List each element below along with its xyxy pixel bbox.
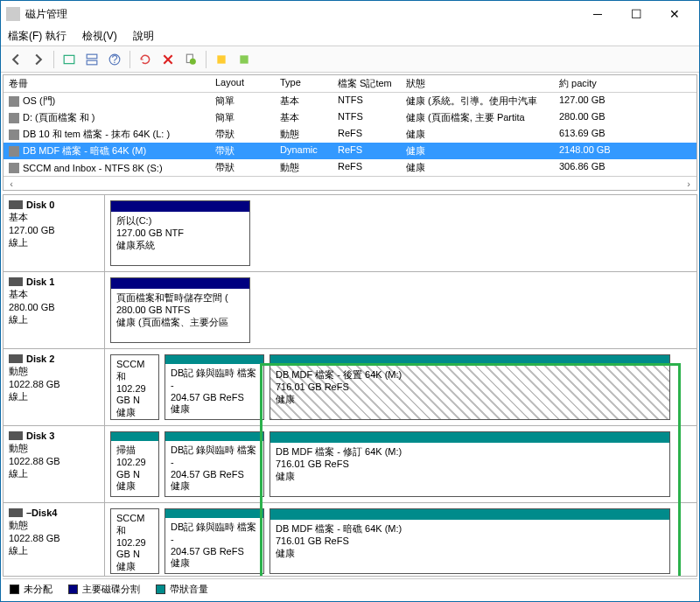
disk-row: Disk 3動態1022.88 GB線上掃描102.29 GB N健康DB記 錄… <box>4 426 696 503</box>
partition[interactable]: DB記 錄與臨時 檔案 -204.57 GB ReFS健康 <box>164 354 264 420</box>
disk-icon <box>9 277 23 286</box>
disk-info[interactable]: Disk 1基本280.00 GB線上 <box>4 272 105 348</box>
titlebar: 磁片管理 ─ ☐ ✕ <box>1 1 699 27</box>
partition[interactable]: DB MDF 檔案 - 後置 64K (M:)716.01 GB ReFS健康 <box>270 354 670 420</box>
extra-1-button[interactable] <box>212 50 231 69</box>
legend: 未分配 主要磁碟分割 帶狀音量 <box>3 578 697 599</box>
scroll-left-arrow[interactable]: ‹ <box>5 178 18 190</box>
maximize-button[interactable]: ☐ <box>617 2 655 26</box>
horizontal-scrollbar[interactable]: ‹ › <box>4 176 696 190</box>
window-button-group: ─ ☐ ✕ <box>578 2 694 26</box>
col-filesystem[interactable]: 檔案 S記tem <box>332 75 401 92</box>
menu-file[interactable]: 檔案(F) 執行 <box>8 29 66 44</box>
partition-body: DB記 錄與臨時 檔案 -204.57 GB ReFS健康 <box>165 518 263 573</box>
partition-body: 頁面檔案和暫時儲存空間 (280.00 GB NTFS健康 (頁面檔案、主要分區 <box>111 289 249 342</box>
volume-icon <box>9 146 19 157</box>
legend-swatch-black <box>10 584 19 594</box>
partition-color-bar <box>111 278 249 289</box>
disk-info[interactable]: –Disk4動態1022.88 GB線上 <box>4 503 105 577</box>
disk-partitions: SCCM 和102.29 GB N健康DB記 錄與臨時 檔案 -204.57 G… <box>105 349 696 425</box>
menu-help[interactable]: 說明 <box>133 29 154 44</box>
layout-1-button[interactable] <box>60 50 79 69</box>
disk-icon <box>9 508 23 517</box>
new-button[interactable] <box>181 50 200 69</box>
partition-color-bar <box>165 432 263 441</box>
partition[interactable]: DB記 錄與臨時 檔案 -204.57 GB ReFS健康 <box>164 508 264 574</box>
partition-color-bar <box>111 201 249 212</box>
legend-unallocated: 未分配 <box>10 583 52 596</box>
partition-body: DB記 錄與臨時 檔案 -204.57 GB ReFS健康 <box>165 441 263 496</box>
legend-striped: 帶狀音量 <box>156 583 208 596</box>
partition-body: SCCM 和102.29 GB N健康 <box>111 355 158 423</box>
volume-icon <box>9 96 19 107</box>
disk-icon <box>9 354 23 363</box>
partition-body: 所以(C:)127.00 GB NTF健康系統 <box>111 212 249 265</box>
toolbar-separator <box>206 51 206 68</box>
partition[interactable]: 所以(C:)127.00 GB NTF健康系統 <box>110 200 250 266</box>
partition[interactable]: DB記 錄與臨時 檔案 -204.57 GB ReFS健康 <box>164 431 264 497</box>
toolbar-separator <box>130 51 130 68</box>
volume-icon <box>9 113 19 123</box>
disk-partitions: SCCM 和102.29 GB N健康DB記 錄與臨時 檔案 -204.57 G… <box>105 503 696 577</box>
help-toolbar-button[interactable]: ? <box>105 50 124 69</box>
partition-body: 掃描102.29 GB N健康 <box>111 441 158 496</box>
scroll-right-arrow[interactable]: › <box>682 178 695 190</box>
menu-view[interactable]: 檢視(V) <box>82 29 117 44</box>
partition[interactable]: SCCM 和102.29 GB N健康 <box>110 508 159 574</box>
disk-row: –Disk4動態1022.88 GB線上SCCM 和102.29 GB N健康D… <box>4 503 696 577</box>
legend-swatch-navy <box>68 584 78 594</box>
svg-rect-7 <box>217 55 225 63</box>
partition-color-bar <box>270 509 669 520</box>
partition-color-bar <box>111 432 158 441</box>
partition-body: DB MDF 檔案 - 修訂 64K (M:)716.01 GB ReFS健康 <box>270 443 669 496</box>
disk-info[interactable]: Disk 0基本127.00 GB線上 <box>4 195 105 271</box>
col-layout[interactable]: Layout <box>210 75 275 92</box>
volume-row[interactable]: DB MDF 檔案 - 暗礁 64K (M)帶狀DynamicReFS健康214… <box>4 143 696 159</box>
col-status[interactable]: 狀態 <box>401 75 554 92</box>
volume-list: 卷冊 Layout Type 檔案 S記tem 狀態 約 pacity OS (… <box>3 74 697 191</box>
disk-management-window: 磁片管理 ─ ☐ ✕ 檔案(F) 執行 檢視(V) 說明 ? 卷冊 Layout… <box>0 0 700 602</box>
partition[interactable]: DB MDF 檔案 - 暗礁 64K (M:)716.01 GB ReFS健康 <box>270 508 670 574</box>
disk-graphic-area: Disk 0基本127.00 GB線上所以(C:)127.00 GB NTF健康… <box>3 194 697 577</box>
partition-color-bar <box>165 355 263 364</box>
window-title: 磁片管理 <box>25 7 578 22</box>
svg-text:?: ? <box>111 53 117 66</box>
forward-button[interactable] <box>29 50 48 69</box>
volume-row[interactable]: D: (頁面檔案 和 )簡單基本NTFS健康 (頁面檔案, 主要 Partita… <box>4 109 696 126</box>
volume-icon <box>9 163 19 173</box>
menubar: 檔案(F) 執行 檢視(V) 說明 <box>1 27 699 46</box>
volume-row[interactable]: OS (門)簡單基本NTFS健康 (系統。引導。使用中汽車127.00 GB <box>4 93 696 109</box>
partition[interactable]: SCCM 和102.29 GB N健康 <box>110 354 159 420</box>
disk-info[interactable]: Disk 3動態1022.88 GB線上 <box>4 426 105 502</box>
toolbar-separator <box>53 51 54 68</box>
refresh-button[interactable] <box>136 50 155 69</box>
svg-point-6 <box>190 58 196 64</box>
partition-color-bar <box>270 432 669 443</box>
disk-row: Disk 0基本127.00 GB線上所以(C:)127.00 GB NTF健康… <box>4 195 696 272</box>
partition[interactable]: 頁面檔案和暫時儲存空間 (280.00 GB NTFS健康 (頁面檔案、主要分區 <box>110 277 250 343</box>
back-button[interactable] <box>6 50 25 69</box>
legend-swatch-teal <box>156 584 165 594</box>
toolbar: ? <box>1 46 699 73</box>
volume-row[interactable]: DB 10 和 tem 檔案 - 抹布 64K (L: )帶狀動態ReFS健康6… <box>4 126 696 143</box>
disk-partitions: 掃描102.29 GB N健康DB記 錄與臨時 檔案 -204.57 GB Re… <box>105 426 696 502</box>
legend-primary: 主要磁碟分割 <box>68 583 140 596</box>
disk-partitions: 頁面檔案和暫時儲存空間 (280.00 GB NTFS健康 (頁面檔案、主要分區 <box>105 272 696 348</box>
partition[interactable]: DB MDF 檔案 - 修訂 64K (M:)716.01 GB ReFS健康 <box>270 431 670 497</box>
minimize-button[interactable]: ─ <box>578 2 617 26</box>
disk-icon <box>9 431 23 440</box>
layout-2-button[interactable] <box>82 50 102 69</box>
partition[interactable]: 掃描102.29 GB N健康 <box>110 431 159 497</box>
col-capacity[interactable]: 約 pacity <box>554 75 659 92</box>
disk-info[interactable]: Disk 2動態1022.88 GB線上 <box>4 349 105 425</box>
col-type[interactable]: Type <box>275 75 332 92</box>
disk-partitions: 所以(C:)127.00 GB NTF健康系統 <box>105 195 696 271</box>
close-button[interactable]: ✕ <box>655 2 694 26</box>
volume-row[interactable]: SCCM and Inbox - NTFS 8K (S:)帶狀動態ReFS健康3… <box>4 159 696 176</box>
extra-2-button[interactable] <box>234 50 254 69</box>
svg-rect-1 <box>87 54 97 59</box>
delete-button[interactable] <box>158 50 178 69</box>
col-volume[interactable]: 卷冊 <box>4 75 210 92</box>
app-icon <box>6 7 20 21</box>
disk-row: Disk 2動態1022.88 GB線上SCCM 和102.29 GB N健康D… <box>4 349 696 426</box>
